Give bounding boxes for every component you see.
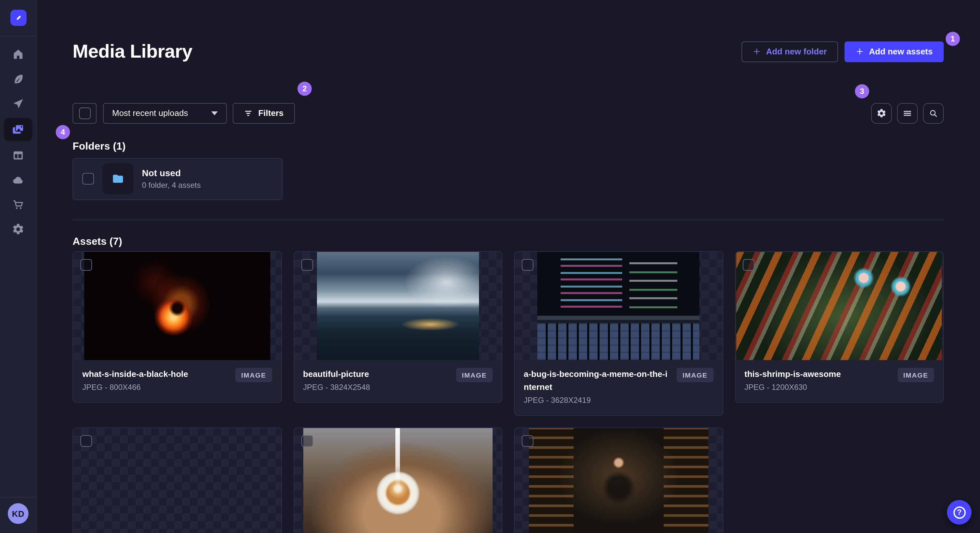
asset-type-badge: IMAGE	[897, 368, 934, 382]
asset-title: a-bug-is-becoming-a-meme-on-the-internet	[524, 368, 670, 394]
search-button[interactable]	[923, 103, 944, 124]
sidebar-divider	[0, 36, 36, 36]
feather-icon	[12, 73, 25, 86]
assets-heading: Assets (7)	[73, 236, 944, 247]
assets-section: Assets (7) what-s-inside-a-black-hole JP…	[36, 236, 980, 533]
asset-text: beautiful-picture JPEG - 3824X2548	[303, 368, 370, 392]
asset-card[interactable]: this-shrimp-is-awesome JPEG - 1200X630 I…	[735, 251, 944, 403]
tour-badge-1[interactable]: 1	[946, 32, 960, 46]
asset-meta: JPEG - 3824X2548	[303, 383, 370, 392]
sidebar-item-home[interactable]	[5, 44, 32, 65]
asset-checkbox[interactable]	[80, 435, 92, 447]
plus-icon	[855, 48, 864, 56]
sort-dropdown[interactable]: Most recent uploads	[103, 103, 227, 124]
asset-card[interactable]: beautiful-picture JPEG - 3824X2548 IMAGE	[293, 251, 502, 403]
page-title: Media Library	[73, 41, 192, 62]
toolbar: Most recent uploads Filters	[36, 103, 980, 124]
sidebar-item-releases[interactable]	[5, 93, 32, 114]
main-content: Media Library Add new folder Add new ass…	[36, 0, 980, 533]
folder-card-text: Not used 0 folder, 4 assets	[142, 168, 200, 190]
sidebar-item-content-type-builder[interactable]	[5, 145, 32, 166]
add-new-folder-button[interactable]: Add new folder	[741, 41, 838, 62]
select-all-checkbox[interactable]	[79, 108, 91, 119]
list-view-button[interactable]	[897, 103, 918, 124]
sidebar-item-media-library[interactable]	[4, 118, 32, 141]
folder-thumbnail	[102, 163, 134, 195]
sidebar-footer: KD	[0, 497, 36, 533]
strapi-logo-icon[interactable]	[10, 10, 26, 26]
add-new-assets-button[interactable]: Add new assets	[844, 41, 944, 62]
section-divider	[73, 219, 944, 220]
sidebar-item-marketplace[interactable]	[5, 194, 32, 215]
asset-image-black-hole	[84, 252, 270, 360]
asset-card[interactable]: coffee-beans JPEG - 5021X3347 IMAGE	[73, 427, 282, 533]
question-icon: ?	[953, 506, 966, 519]
folder-subtitle: 0 folder, 4 assets	[142, 181, 200, 190]
page-header: Media Library Add new folder Add new ass…	[36, 0, 980, 75]
add-new-folder-label: Add new folder	[766, 47, 827, 57]
cloud-icon	[12, 174, 25, 187]
paper-plane-icon	[12, 97, 25, 110]
asset-type-badge: IMAGE	[677, 368, 713, 382]
tour-badge-3[interactable]: 3	[855, 84, 869, 98]
toolbar-view-controls	[871, 103, 944, 124]
asset-text: what-s-inside-a-black-hole JPEG - 800X46…	[82, 368, 188, 392]
folder-checkbox[interactable]	[82, 173, 94, 185]
asset-info: a-bug-is-becoming-a-meme-on-the-internet…	[515, 360, 722, 415]
tour-badge-2[interactable]: 2	[298, 82, 312, 96]
asset-image-coffee-beans	[98, 428, 257, 533]
asset-info: what-s-inside-a-black-hole JPEG - 800X46…	[73, 360, 281, 402]
user-avatar[interactable]: KD	[8, 503, 29, 524]
sidebar-item-settings[interactable]	[5, 219, 32, 240]
asset-info: this-shrimp-is-awesome JPEG - 1200X630 I…	[735, 360, 943, 402]
asset-checkbox[interactable]	[301, 435, 313, 447]
asset-title: what-s-inside-a-black-hole	[82, 368, 188, 381]
asset-meta: JPEG - 1200X630	[745, 383, 841, 392]
sidebar-item-content-manager[interactable]	[5, 69, 32, 89]
asset-thumbnail	[294, 428, 502, 533]
home-icon	[12, 48, 25, 61]
sidebar-item-deploy[interactable]	[5, 170, 32, 190]
asset-card[interactable]: a-bug-is-becoming-a-meme-on-the-internet…	[514, 251, 723, 416]
asset-image-mountains	[317, 252, 479, 360]
asset-checkbox[interactable]	[80, 259, 92, 271]
asset-card[interactable]: what-s-inside-a-black-hole JPEG - 800X46…	[73, 251, 282, 403]
asset-checkbox[interactable]	[301, 259, 313, 271]
asset-text: a-bug-is-becoming-a-meme-on-the-internet…	[524, 368, 670, 405]
asset-grid: what-s-inside-a-black-hole JPEG - 800X46…	[73, 251, 944, 533]
gear-icon	[12, 223, 25, 236]
filters-button[interactable]: Filters	[233, 103, 295, 124]
asset-image-code-laptop	[538, 252, 700, 360]
media-settings-button[interactable]	[871, 103, 892, 124]
list-icon	[902, 108, 913, 119]
asset-checkbox[interactable]	[743, 259, 754, 271]
layout-icon	[12, 149, 25, 162]
search-icon	[928, 108, 939, 119]
folder-icon	[111, 172, 125, 186]
asset-info: beautiful-picture JPEG - 3824X2548 IMAGE	[294, 360, 502, 402]
asset-card[interactable]: the-internet-s-own-boy JPEG - 1200X707 I…	[514, 427, 723, 533]
asset-image-shrimp	[737, 252, 942, 360]
asset-checkbox[interactable]	[522, 435, 533, 447]
asset-card[interactable]: coffee-art JPEG - 5824X3259 IMAGE	[293, 427, 502, 533]
tour-badge-4[interactable]: 4	[56, 125, 70, 139]
chevron-down-icon	[211, 111, 218, 115]
select-all-container	[73, 103, 97, 124]
sidebar-nav	[4, 44, 32, 240]
asset-thumbnail	[735, 252, 943, 360]
asset-image-coffee-art	[303, 428, 493, 533]
folders-heading: Folders (1)	[73, 141, 944, 152]
asset-checkbox[interactable]	[522, 259, 533, 271]
help-button[interactable]: ?	[947, 500, 972, 525]
images-icon	[11, 122, 25, 136]
asset-thumbnail	[515, 252, 722, 360]
plus-icon	[752, 48, 761, 56]
strapi-mark-icon	[13, 12, 24, 23]
header-actions: Add new folder Add new assets	[741, 41, 944, 62]
folders-section: Folders (1) Not used 0 folder, 4 assets	[36, 141, 980, 200]
add-new-assets-label: Add new assets	[869, 47, 933, 57]
asset-title: this-shrimp-is-awesome	[745, 368, 841, 381]
folder-card[interactable]: Not used 0 folder, 4 assets	[73, 158, 283, 200]
asset-thumbnail	[294, 252, 502, 360]
media-library-page: KD Media Library Add new folder Add new …	[0, 0, 980, 533]
